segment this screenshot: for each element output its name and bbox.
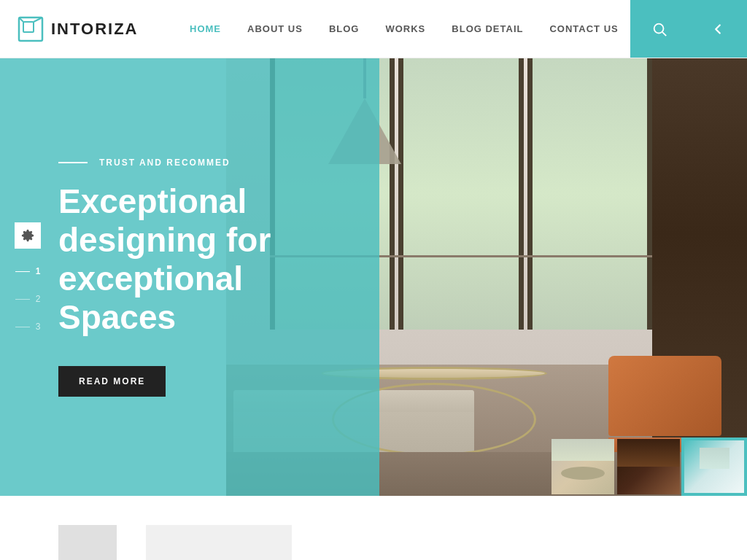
- window-panel-3: [527, 58, 652, 330]
- below-item-2: [146, 525, 292, 560]
- slide-indicator-3[interactable]: 3: [15, 322, 41, 332]
- thumbnail-3-img: [683, 439, 746, 494]
- read-more-button[interactable]: READ MORE: [58, 366, 166, 397]
- headline-line2: designing for: [58, 221, 271, 259]
- eyebrow-line: [58, 162, 88, 163]
- thumb3-table: [700, 448, 729, 469]
- slide-line-1: [15, 271, 30, 272]
- slide-indicators: 1 2 3: [15, 222, 41, 332]
- main-nav: HOME ABOUT US BLOG WORKS BLOG DETAIL CON…: [146, 23, 630, 34]
- logo-icon: [18, 16, 44, 42]
- slide-line-2: [15, 299, 30, 300]
- eyebrow-text: TRUST AND RECOMMED: [99, 158, 231, 168]
- slide-indicator-1[interactable]: 1: [15, 266, 41, 276]
- slide-num-3: 3: [36, 322, 41, 332]
- header: INTORIZA HOME ABOUT US BLOG WORKS BLOG D…: [0, 0, 747, 58]
- slide-num-2: 2: [36, 294, 41, 304]
- search-button[interactable]: [630, 0, 689, 58]
- slide-indicator-2[interactable]: 2: [15, 294, 41, 304]
- below-fold: [0, 496, 747, 560]
- hero-section: TRUST AND RECOMMED Exceptional designing…: [0, 58, 747, 496]
- logo-text: INTORIZA: [51, 20, 138, 39]
- nav-works[interactable]: WORKS: [385, 23, 425, 34]
- thumbnail-2[interactable]: [616, 438, 681, 496]
- nav-blog[interactable]: BLOG: [329, 23, 360, 34]
- menu-button[interactable]: [689, 0, 747, 58]
- chair-back: [608, 356, 721, 436]
- thumbnail-2-img: [617, 439, 680, 494]
- slide-line-3: [15, 327, 30, 327]
- svg-point-4: [654, 23, 664, 33]
- nav-blog-detail[interactable]: BLOG DETAIL: [452, 23, 523, 34]
- svg-line-5: [662, 32, 666, 36]
- nav-home[interactable]: HOME: [190, 23, 221, 34]
- thumbnail-3[interactable]: [681, 438, 747, 496]
- svg-rect-1: [23, 22, 34, 32]
- chevron-left-icon: [710, 21, 726, 37]
- logo-area: INTORIZA: [0, 16, 146, 42]
- thumb2-bg: [617, 439, 680, 467]
- nav-contact[interactable]: CONTACT US: [549, 23, 618, 34]
- thumbnail-1[interactable]: [550, 438, 616, 496]
- headline-line3: exceptional Spaces: [58, 260, 243, 336]
- hero-eyebrow: TRUST AND RECOMMED: [58, 158, 336, 168]
- header-right: [630, 0, 747, 58]
- headline-line1: Exceptional: [58, 182, 247, 220]
- hero-content: TRUST AND RECOMMED Exceptional designing…: [0, 58, 379, 496]
- thumb1-table: [561, 467, 605, 480]
- slide-num-1: 1: [36, 266, 41, 276]
- hero-headline: Exceptional designing for exceptional Sp…: [58, 182, 336, 337]
- window-panel-2: [398, 58, 523, 330]
- thumbnail-1-img: [551, 439, 614, 494]
- thumb1-window: [551, 439, 614, 461]
- nav-about[interactable]: ABOUT US: [247, 23, 303, 34]
- below-item-1: [58, 525, 117, 560]
- settings-button[interactable]: [15, 222, 41, 249]
- gear-icon: [21, 229, 34, 242]
- search-icon: [651, 21, 667, 37]
- hero-thumbnails: [550, 438, 747, 496]
